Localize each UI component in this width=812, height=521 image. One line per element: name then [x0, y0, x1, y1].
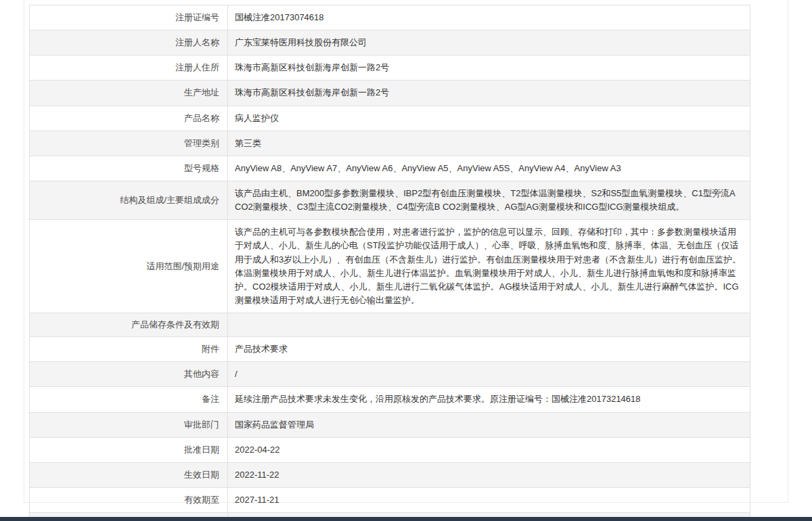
table-row-approval-date: 批准日期 2022-04-22: [30, 437, 750, 462]
table-row-management-category: 管理类别 第三类: [30, 131, 750, 156]
row-value: 2022-11-22: [228, 462, 750, 487]
row-value: 2027-11-21: [228, 487, 750, 512]
row-value: AnyView A8、AnyView A7、AnyView A6、AnyView…: [228, 156, 750, 181]
row-value: /: [228, 362, 750, 387]
row-value: 第三类: [228, 131, 750, 156]
row-label: 生效日期: [30, 462, 228, 487]
registration-detail-page: 注册证编号 国械注准20173074618 注册人名称 广东宝莱特医用科技股份有…: [0, 0, 812, 521]
row-label: 有效期至: [30, 487, 228, 512]
row-value: 国家药品监督管理局: [228, 412, 750, 437]
table-row-effective-date: 生效日期 2022-11-22: [30, 462, 750, 487]
row-value: 病人监护仪: [228, 106, 750, 131]
row-value: 产品技术要求: [228, 337, 750, 362]
row-label: 管理类别: [30, 131, 228, 156]
table-row-product-name: 产品名称 病人监护仪: [30, 106, 750, 131]
row-label: 注册人住所: [30, 55, 228, 81]
row-value: 国械注准20173074618: [228, 5, 750, 30]
row-label: 注册人名称: [30, 30, 228, 55]
row-label: 批准日期: [30, 437, 228, 462]
row-value: 2022-04-22: [228, 437, 750, 462]
table-row-model-spec: 型号规格 AnyView A8、AnyView A7、AnyView A6、An…: [30, 156, 750, 181]
table-row-intended-use: 适用范围/预期用途 该产品的主机可与各参数模块配合使用，对患者进行监护，监护的信…: [30, 220, 750, 313]
table-row-reg-cert-number: 注册证编号 国械注准20173074618: [30, 5, 750, 30]
row-label: 生产地址: [30, 81, 228, 106]
row-value: 延续注册产品技术要求未发生变化，沿用原核发的产品技术要求。原注册证编号：国械注准…: [228, 387, 750, 412]
row-label: 注册证编号: [30, 5, 228, 30]
table-row-structure-composition: 结构及组成/主要组成成分 该产品由主机、BM200型多参数测量模块、IBP2型有…: [30, 181, 750, 219]
row-value: [228, 313, 750, 337]
row-value: 该产品的主机可与各参数模块配合使用，对患者进行监护，监护的信息可以显示、回顾、存…: [228, 220, 750, 313]
table-row-expiry-date: 有效期至 2027-11-21: [30, 487, 750, 512]
table-row-registrant-address: 注册人住所 珠海市高新区科技创新海岸创新一路2号: [30, 55, 750, 81]
row-label: 审批部门: [30, 412, 228, 437]
row-value: 珠海市高新区科技创新海岸创新一路2号: [228, 81, 750, 106]
row-value: 珠海市高新区科技创新海岸创新一路2号: [228, 55, 750, 81]
row-label: 产品储存条件及有效期: [30, 313, 228, 337]
row-label: 其他内容: [30, 362, 228, 387]
table-row-other-content: 其他内容 /: [30, 362, 750, 387]
registration-detail-table: 注册证编号 国械注准20173074618 注册人名称 广东宝莱特医用科技股份有…: [29, 5, 750, 521]
row-label: 结构及组成/主要组成成分: [30, 181, 228, 219]
row-value: 广东宝莱特医用科技股份有限公司: [228, 30, 750, 55]
table-row-attachment: 附件 产品技术要求: [30, 337, 750, 362]
row-value: 该产品由主机、BM200型多参数测量模块、IBP2型有创血压测量模块、T2型体温…: [228, 181, 750, 219]
table-row-registrant-name: 注册人名称 广东宝莱特医用科技股份有限公司: [30, 30, 750, 55]
row-label: 备注: [30, 387, 228, 412]
table-row-storage-conditions: 产品储存条件及有效期: [30, 313, 750, 337]
row-label: 型号规格: [30, 156, 228, 181]
table-row-approval-department: 审批部门 国家药品监督管理局: [30, 412, 750, 437]
table-row-remarks: 备注 延续注册产品技术要求未发生变化，沿用原核发的产品技术要求。原注册证编号：国…: [30, 387, 750, 412]
row-label: 产品名称: [30, 106, 228, 131]
detail-content-box: 注册证编号 国械注准20173074618 注册人名称 广东宝莱特医用科技股份有…: [24, 0, 788, 503]
footer-bar: [0, 517, 812, 521]
row-label: 适用范围/预期用途: [30, 220, 228, 313]
row-label: 附件: [30, 337, 228, 362]
table-row-production-address: 生产地址 珠海市高新区科技创新海岸创新一路2号: [30, 81, 750, 106]
